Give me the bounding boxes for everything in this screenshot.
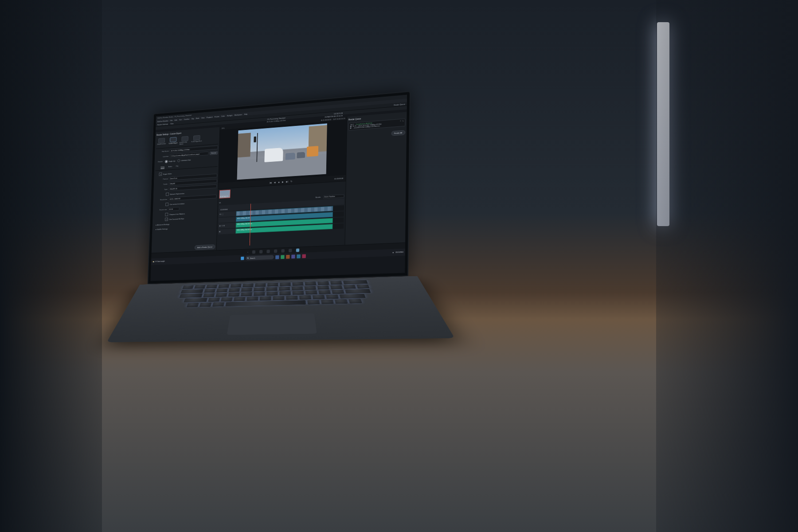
menu-item[interactable]: Playback [207, 116, 213, 118]
next-frame-button[interactable]: ▶| [286, 180, 288, 183]
track-header-a2[interactable]: A2 [218, 229, 235, 235]
scene-truck [307, 146, 319, 157]
preset-custom-export[interactable]: Custom Export [168, 137, 178, 146]
menu-item[interactable]: View [201, 117, 205, 119]
taskbar-tray[interactable]: ⏶ 05/11/2024 [392, 251, 403, 254]
viewer-zoom[interactable]: 25% [222, 127, 225, 129]
browse-button[interactable]: Browse [210, 151, 218, 155]
toolbar-render-queue[interactable]: Render Queue [394, 103, 405, 106]
page-edit[interactable] [267, 250, 270, 253]
menu-item[interactable]: Clip [192, 117, 194, 120]
preset-dnxhr[interactable]: DNxHR LB HD [156, 138, 167, 147]
render-scope-dropdown[interactable]: Entire Timeline [323, 194, 344, 199]
menu-item[interactable]: File [170, 119, 173, 121]
page-deliver[interactable] [296, 248, 300, 252]
taskbar-search[interactable]: 🔍 Search [246, 255, 274, 260]
pencil-icon[interactable]: ✎ [402, 120, 403, 122]
task-app-icon[interactable] [302, 254, 306, 258]
toolbar-clips[interactable]: Clips [170, 122, 174, 125]
weather-text: 1°C Dark tonight [155, 261, 164, 263]
ruler-timecode: 01:00:03:36 [220, 209, 227, 211]
scene-building [238, 133, 251, 157]
taskbar-widgets[interactable]: ⛅ 1°C Dark tonight [153, 261, 164, 263]
scene-traffic-light [254, 137, 256, 142]
scene-car [297, 152, 305, 159]
prev-frame-button[interactable]: ◀ [274, 181, 276, 184]
loop-button[interactable]: ↻ [290, 180, 292, 183]
task-explorer-icon[interactable] [275, 255, 279, 259]
h264-icon [181, 136, 188, 141]
weather-icon: ⛅ [153, 261, 154, 262]
scene-pole [256, 133, 258, 162]
home-button[interactable]: ⌂ [247, 251, 248, 253]
task-app-icon[interactable] [291, 254, 295, 258]
resolution-label: Resolution [154, 198, 167, 201]
frame-rate-label: Frame rate [154, 208, 167, 211]
menu-item[interactable]: Trim [179, 118, 182, 121]
render-group-label: Render [158, 160, 163, 164]
menu-item[interactable]: Color [221, 115, 225, 117]
scene-car [286, 153, 295, 160]
wifi-icon[interactable]: ⏶ [392, 252, 394, 254]
page-fusion[interactable] [274, 249, 278, 253]
playhead-timecode: 01:00:03;36 [334, 177, 343, 180]
menu-item[interactable]: Timeline [184, 118, 190, 121]
timeline-track-label: V1 [219, 202, 221, 204]
filename-label: File Name [156, 150, 169, 153]
menu-item[interactable]: Edit [175, 119, 177, 121]
menu-item[interactable]: Mark [196, 117, 200, 119]
frame-rate-dropdown[interactable]: 59.94 [168, 207, 180, 211]
viewer-and-timeline: 25% IN 01:00:00:00 OUT 01:00:14:29 [217, 117, 347, 250]
preset-h265[interactable]: H.265 HyperDeck [191, 135, 202, 144]
page-color[interactable] [282, 249, 285, 252]
start-button[interactable] [241, 257, 244, 260]
render-all-button[interactable]: Render All [391, 130, 405, 136]
deliver-layout: Render Settings - Custom Export DNxHR LB… [152, 112, 407, 253]
preset-h264[interactable]: H.264 H.264 Master [180, 136, 191, 145]
page-cut[interactable] [259, 250, 262, 253]
task-edge-icon[interactable] [281, 255, 284, 259]
h265-icon [193, 135, 200, 141]
clip-thumbnail[interactable]: H.264 High LS… [219, 190, 231, 199]
radio-single-clip[interactable]: Single clip [165, 160, 175, 163]
tab-video[interactable]: Video [160, 166, 164, 169]
task-resolve-icon[interactable] [286, 254, 290, 258]
track-header-a1[interactable]: A1 S M [219, 223, 236, 229]
solo-icon[interactable]: M [223, 225, 225, 227]
foreground-blur-left [0, 0, 102, 532]
clock[interactable]: 05/11/2024 [395, 251, 403, 254]
menu-item[interactable]: Help [244, 113, 247, 115]
toolbar-render-settings[interactable]: Render Settings [157, 123, 168, 126]
tab-audio[interactable]: Audio [168, 165, 172, 168]
scene-van [264, 148, 283, 162]
first-frame-button[interactable]: |◀ [270, 181, 272, 184]
foreground-blur-right [656, 0, 798, 532]
track-header-blank [219, 217, 236, 223]
trackpad [227, 313, 317, 335]
laptop-screen: DaVinci Resolve Studio - 19_Processing_S… [151, 95, 407, 281]
render-settings-panel: Render Settings - Custom Export DNxHR LB… [152, 127, 220, 253]
track-header-v1[interactable]: V1 ⬚ [219, 211, 236, 217]
page-media[interactable] [252, 250, 255, 254]
add-to-render-queue-button[interactable]: Add to Render Queue [195, 244, 215, 250]
stop-button[interactable]: ■ [278, 181, 279, 184]
viewer-frame [237, 123, 327, 180]
radio-individual-clips[interactable]: Individual clips [177, 158, 191, 162]
mute-icon[interactable]: S [222, 225, 223, 227]
laptop-keyboard [107, 276, 455, 342]
export-icon [170, 137, 177, 142]
lock-icon[interactable]: ⬚ [222, 214, 224, 215]
play-button[interactable]: ▶ [282, 180, 284, 183]
search-placeholder: Search [250, 257, 255, 259]
render-queue-panel: Render Queue Job 1 Completed in 00:04:04… [344, 112, 407, 245]
task-app-icon[interactable] [297, 254, 301, 258]
viewer[interactable] [219, 120, 347, 183]
film-icon [158, 138, 165, 143]
close-icon[interactable]: × [400, 120, 401, 122]
tab-file[interactable]: File [176, 165, 179, 168]
menu-item[interactable]: Fusion [215, 115, 219, 117]
timeline-panel: H.264 High LS… V1 Render Entire Timeline… [217, 181, 346, 250]
menu-item[interactable]: Fairlight [227, 114, 233, 117]
codec-label: Codec [155, 183, 168, 186]
page-fairlight[interactable] [289, 249, 292, 252]
